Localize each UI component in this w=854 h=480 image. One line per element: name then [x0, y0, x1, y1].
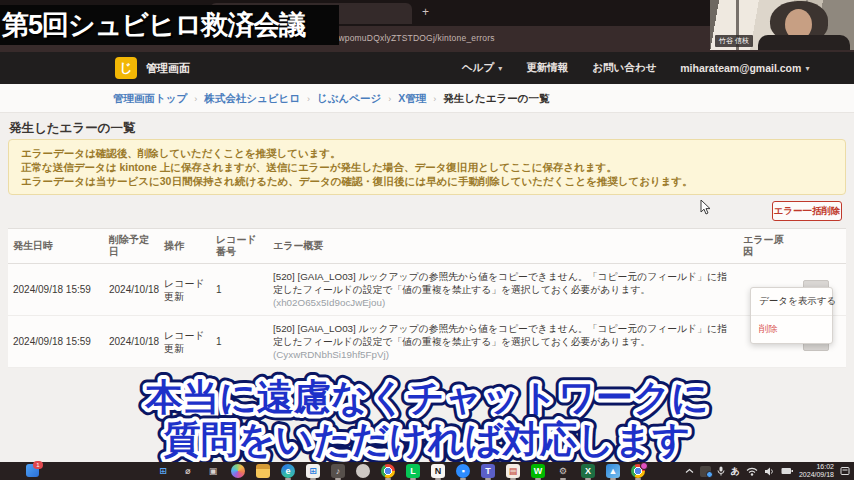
taskbar: 1 ⊞⌀▣e⊞♪LN▪T▤W⚙X▲ あ	[0, 462, 854, 480]
url-text: s/x6wpomuDQxlyZTSTDOGj/kintone_errors	[322, 33, 495, 43]
subtitle-line2: 質問をいただければ対応します	[163, 419, 691, 460]
breadcrumb-link-xadmin[interactable]: X管理	[398, 92, 426, 106]
cell-record-no: 1	[211, 316, 268, 368]
microphone-icon[interactable]	[717, 466, 725, 476]
video-title-banner: 第5回シュビヒロ救済会議	[0, 5, 339, 45]
notification-dot	[706, 471, 713, 478]
utility-app-icon[interactable]: ▤	[506, 464, 520, 478]
file-explorer-icon[interactable]	[256, 464, 270, 478]
apple-icon[interactable]	[356, 464, 370, 478]
breadcrumb-separator: ›	[433, 94, 436, 104]
col-occurred: 発生日時	[8, 229, 104, 264]
error-id: (CyxwRDNbhSi19hf5FpVj)	[273, 349, 389, 360]
table-row: 2024/09/18 15:59 2024/10/18 レコード更新 1 [52…	[8, 316, 846, 368]
settings-icon[interactable]: ⚙	[556, 464, 570, 478]
subtitle-line2-outline: 質問をいただければ対応します	[163, 419, 691, 460]
nav-contact[interactable]: お問い合わせ	[592, 61, 656, 75]
new-tab-icon[interactable]: +	[422, 5, 429, 19]
photos-icon[interactable]: ▲	[606, 464, 620, 478]
app-title: 管理画面	[146, 61, 190, 76]
bulk-delete-button[interactable]: エラー一括削除	[772, 201, 842, 221]
nav-help[interactable]: ヘルプ ▾	[462, 61, 502, 75]
excel-icon[interactable]: X	[581, 464, 595, 478]
chevron-down-icon: ▾	[498, 64, 502, 73]
ime-indicator[interactable]: あ	[731, 465, 740, 478]
webcam-overlay: 竹谷 信枝	[710, 0, 854, 50]
notice-line: 正常な送信データは kintone 上に保存されますが、送信にエラーが発生した場…	[21, 160, 833, 174]
teams-icon[interactable]: T	[481, 464, 495, 478]
breadcrumb-link-home[interactable]: 管理画面トップ	[113, 92, 187, 106]
breadcrumb-bar: 管理画面トップ › 株式会社シュビヒロ › じぶんページ › X管理 › 発生し…	[0, 84, 854, 113]
app-logo[interactable]: じ	[115, 57, 137, 79]
cell-summary: [520] [GAIA_LO03] ルックアップの参照先から値をコピーできません…	[268, 264, 738, 316]
header-nav: ヘルプ ▾ 更新情報 お問い合わせ miharateam@gmail.com ▾	[462, 52, 809, 84]
notice-line: エラーデータは当サービスに30日間保持され続けるため、データの確認・復旧後には早…	[21, 174, 833, 188]
profile-badge	[640, 462, 648, 470]
col-actions	[798, 229, 846, 264]
chrome-icon[interactable]	[381, 464, 395, 478]
taskbar-app-icons: ⊞⌀▣e⊞♪LN▪T▤W⚙X▲	[155, 462, 646, 480]
webcam-name-label: 竹谷 信枝	[715, 35, 753, 47]
error-id: (xh02O65x5Id9ocJwEjou)	[273, 297, 385, 308]
nav-updates[interactable]: 更新情報	[526, 61, 568, 75]
clock-time: 16:02	[799, 463, 834, 471]
volume-icon[interactable]	[764, 467, 775, 476]
tray-expand-icon[interactable]	[685, 468, 694, 474]
search-icon[interactable]: ⌀	[181, 464, 195, 478]
task-view-icon[interactable]: ▣	[206, 464, 220, 478]
subtitle-overlay: 本当に遠慮なくチャットワークに 本当に遠慮なくチャットワークに 質問をいただけれ…	[0, 370, 854, 462]
notion-icon[interactable]: N	[431, 464, 445, 478]
cell-record-no: 1	[211, 264, 268, 316]
breadcrumb-separator: ›	[194, 94, 197, 104]
person-body	[758, 35, 850, 50]
line-works-icon[interactable]: W	[531, 464, 545, 478]
clock-date: 2024/09/18	[799, 471, 834, 479]
breadcrumb-separator: ›	[307, 94, 310, 104]
ms-store-icon[interactable]: ⊞	[306, 464, 320, 478]
taskbar-clock[interactable]: 16:02 2024/09/18	[799, 463, 834, 479]
edge-icon[interactable]: e	[281, 464, 295, 478]
subtitle-line1-outline: 本当に遠慮なくチャットワークに	[144, 377, 709, 418]
breadcrumb-separator: ›	[388, 94, 391, 104]
errors-table: 発生日時 削除予定日 操作 レコード番号 エラー概要 エラー原因 2024/09…	[8, 228, 846, 368]
breadcrumb-link-company[interactable]: 株式会社シュビヒロ	[204, 92, 300, 106]
cell-occurred: 2024/09/18 15:59	[8, 264, 104, 316]
cell-operation: レコード更新	[159, 316, 211, 368]
notice-line: エラーデータは確認後、削除していただくことを推奨しています。	[21, 146, 833, 160]
wifi-icon[interactable]	[746, 467, 758, 476]
table-row: 2024/09/18 15:59 2024/10/18 レコード更新 1 [52…	[8, 264, 846, 316]
app-header: じ 管理画面 ヘルプ ▾ 更新情報 お問い合わせ miharateam@gmai…	[0, 52, 854, 84]
notification-center-icon[interactable]	[840, 466, 850, 476]
col-record-no: レコード番号	[211, 229, 268, 264]
menu-item-show-data[interactable]: データを表示する	[751, 288, 832, 315]
col-delete-due: 削除予定日	[104, 229, 159, 264]
col-cause: エラー原因	[738, 229, 798, 264]
cell-delete-due: 2024/10/18	[104, 316, 159, 368]
cell-occurred: 2024/09/18 15:59	[8, 316, 104, 368]
cell-delete-due: 2024/10/18	[104, 264, 159, 316]
menu-item-delete[interactable]: 削除	[751, 316, 832, 343]
line-icon[interactable]: L	[406, 464, 420, 478]
table-header-row: 発生日時 削除予定日 操作 レコード番号 エラー概要 エラー原因	[8, 229, 846, 264]
col-summary: エラー概要	[268, 229, 738, 264]
cell-summary: [520] [GAIA_LO03] ルックアップの参照先から値をコピーできません…	[268, 316, 738, 368]
screen: お試しにお申し × 管理画面｜じぶんペー × + s/x6wpomuDQxlyZ…	[0, 0, 854, 480]
start-icon[interactable]: ⊞	[156, 464, 170, 478]
page-title: 発生したエラーの一覧	[9, 120, 135, 137]
teams-tray-icon[interactable]	[700, 466, 711, 477]
col-operation: 操作	[159, 229, 211, 264]
widgets-badge: 1	[33, 461, 43, 469]
system-tray: あ 16:02 2024/09/18	[685, 462, 850, 480]
breadcrumb: 管理画面トップ › 株式会社シュビヒロ › じぶんページ › X管理 › 発生し…	[113, 92, 549, 106]
cell-operation: レコード更新	[159, 264, 211, 316]
battery-icon[interactable]	[781, 467, 793, 475]
copilot-icon[interactable]	[231, 464, 245, 478]
media-player-icon[interactable]: ♪	[331, 464, 345, 478]
row-actions-menu: データを表示する 削除	[750, 287, 833, 344]
breadcrumb-current: 発生したエラーの一覧	[443, 92, 549, 106]
subtitle-line1: 本当に遠慮なくチャットワークに	[144, 377, 709, 418]
breadcrumb-link-mypage[interactable]: じぶんページ	[317, 92, 381, 106]
widgets-icon[interactable]: 1	[26, 464, 39, 477]
zoom-icon[interactable]: ▪	[456, 464, 470, 478]
nav-account[interactable]: miharateam@gmail.com ▾	[680, 62, 809, 74]
